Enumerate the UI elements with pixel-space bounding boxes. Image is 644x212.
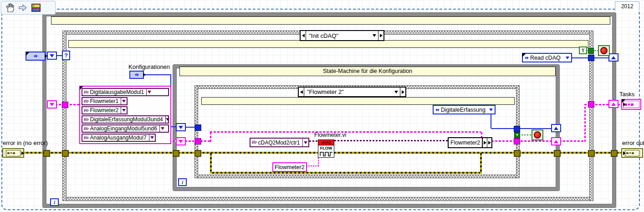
outer-case-label-banner bbox=[68, 40, 588, 48]
next-state-wire[interactable] bbox=[491, 128, 552, 129]
stop-button-terminal[interactable] bbox=[532, 129, 543, 140]
case-next-icon[interactable] bbox=[400, 88, 405, 96]
shift-register-state-left[interactable] bbox=[47, 52, 57, 60]
counter-channel-constant[interactable]: I/ocDAQ2Mod2/ctr1 bbox=[250, 137, 309, 147]
io-name-constant[interactable]: I/oFlowmeter1 bbox=[82, 97, 128, 105]
io-name-constant[interactable]: I/oDigitalausgabeModul1 bbox=[82, 88, 169, 96]
state-tunnel[interactable] bbox=[514, 126, 520, 132]
outer-loop-iteration-terminal[interactable]: i bbox=[50, 198, 59, 206]
subvi-run-icon[interactable] bbox=[31, 3, 41, 12]
task-names-cluster[interactable]: I/oDigitalausgabeModul1 I/oFlowmeter1 I/… bbox=[79, 86, 171, 144]
boolean-tunnel[interactable] bbox=[588, 48, 594, 54]
flowmeter-string-constant[interactable]: Flowmeter2 bbox=[272, 162, 307, 172]
boolean-tunnel[interactable] bbox=[514, 132, 520, 138]
error-tunnel[interactable] bbox=[43, 150, 50, 157]
io-name-constant[interactable]: I/oAnalogEingangModul5und6 bbox=[82, 124, 169, 133]
outer-case-border-bottom[interactable] bbox=[63, 197, 593, 201]
dropdown-icon[interactable] bbox=[121, 98, 127, 104]
forward-arrow-icon[interactable] bbox=[18, 3, 28, 13]
tasks-cluster-wire[interactable] bbox=[584, 104, 586, 142]
task-out-wire[interactable] bbox=[334, 140, 448, 141]
io-name-constant[interactable]: I/oFlowmeter2 bbox=[82, 106, 128, 114]
inner-case-label-banner bbox=[201, 97, 515, 105]
tasks-cluster-wire[interactable] bbox=[559, 140, 586, 142]
inner-case-border-bottom[interactable] bbox=[195, 175, 519, 178]
inner-case-selector[interactable]: "Flowmeter 2" bbox=[298, 87, 406, 97]
error-tunnel[interactable] bbox=[588, 150, 595, 157]
cluster-tunnel[interactable] bbox=[514, 138, 520, 145]
dropdown-icon[interactable] bbox=[566, 57, 569, 59]
error-in-terminal[interactable] bbox=[2, 148, 24, 158]
read-state-enum-constant[interactable]: Read cDAQ bbox=[522, 53, 572, 62]
io-name-constant[interactable]: I/oDigitaleErfassungModul3und4 bbox=[82, 115, 169, 124]
next-state-enum-constant[interactable]: DigitaleErfassung bbox=[433, 105, 496, 114]
dropdown-icon[interactable] bbox=[302, 139, 308, 146]
error-wire[interactable] bbox=[210, 153, 212, 174]
stop-boolean-wire[interactable] bbox=[519, 134, 532, 135]
inner-shift-register-tasks-left[interactable] bbox=[176, 137, 186, 145]
io-type-icon: I/o bbox=[84, 109, 89, 113]
dropdown-icon[interactable] bbox=[489, 109, 493, 111]
shift-register-tasks-right[interactable] bbox=[608, 100, 618, 108]
case-next-icon[interactable] bbox=[378, 31, 383, 40]
inner-loop-iteration-terminal[interactable]: i bbox=[178, 178, 187, 186]
dropdown-icon[interactable] bbox=[121, 107, 127, 114]
error-tunnel[interactable] bbox=[62, 150, 69, 157]
inner-case-border-left[interactable] bbox=[195, 86, 198, 178]
hand-tool-icon[interactable] bbox=[5, 3, 15, 13]
state-machine-banner: State-Machine für die Konfiguration bbox=[179, 67, 556, 76]
dropdown-icon[interactable] bbox=[146, 89, 152, 95]
error-out-label: error out bbox=[622, 140, 644, 146]
shift-register-tasks-left[interactable] bbox=[47, 100, 57, 109]
true-constant[interactable]: T bbox=[579, 47, 587, 54]
case-prev-icon[interactable] bbox=[299, 88, 304, 96]
flowmeter-register-node[interactable]: Flowmeter2 bbox=[448, 137, 492, 148]
stop-button-terminal[interactable] bbox=[598, 45, 610, 56]
state-tunnel[interactable] bbox=[588, 55, 594, 61]
block-diagram-canvas: 2012 i "Init cDAQ" bbox=[0, 0, 644, 212]
inner-shift-register-state-left[interactable] bbox=[176, 123, 186, 131]
case-dropdown-icon[interactable] bbox=[373, 34, 376, 37]
case-prev-icon[interactable] bbox=[301, 31, 306, 40]
string-wire[interactable] bbox=[306, 165, 319, 166]
cluster-tunnel[interactable] bbox=[62, 102, 68, 108]
io-name-text: DigitaleErfassungModul3und4 bbox=[90, 116, 163, 123]
state-tunnel[interactable] bbox=[195, 124, 201, 131]
error-out-terminal[interactable] bbox=[621, 148, 643, 158]
tasks-cluster-wire[interactable] bbox=[491, 140, 552, 142]
cluster-tunnel[interactable] bbox=[195, 138, 201, 145]
tasks-cluster-wire[interactable] bbox=[210, 132, 211, 142]
state-enum-constant[interactable] bbox=[26, 52, 46, 61]
cluster-tunnel[interactable] bbox=[588, 101, 594, 108]
konfigurationen-terminal[interactable] bbox=[129, 71, 144, 79]
string-wire[interactable] bbox=[318, 158, 319, 166]
tasks-indicator-terminal[interactable] bbox=[621, 99, 641, 110]
enum-glyph-icon bbox=[34, 55, 38, 57]
error-wire[interactable] bbox=[210, 172, 482, 174]
next-state-wire[interactable] bbox=[491, 114, 491, 129]
input-nub-icon bbox=[623, 151, 626, 155]
outer-case-selector[interactable]: "Init cDAQ" bbox=[300, 30, 384, 41]
inner-shift-register-tasks-right[interactable] bbox=[551, 137, 561, 145]
konfigurationen-wire[interactable] bbox=[144, 74, 170, 75]
inner-shift-register-state-right[interactable] bbox=[551, 124, 561, 132]
case-selector-terminal[interactable]: ? bbox=[62, 51, 70, 60]
io-name-text: Flowmeter2 bbox=[90, 107, 119, 114]
flowmeter-subvi-icon[interactable]: cDAQ FLOW bbox=[318, 140, 334, 158]
error-tunnel[interactable] bbox=[554, 150, 561, 157]
dropdown-icon[interactable] bbox=[165, 116, 169, 123]
flowmeter-vi-label: Flowmeter.vi bbox=[314, 132, 346, 138]
io-name-constant[interactable]: I/oAnalogAusgangModul7 bbox=[82, 134, 156, 142]
case-dropdown-icon[interactable] bbox=[394, 91, 398, 93]
error-tunnel[interactable] bbox=[514, 150, 521, 157]
dropdown-icon[interactable] bbox=[159, 125, 165, 132]
dropdown-icon[interactable] bbox=[149, 134, 155, 141]
tasks-label: Tasks bbox=[619, 91, 634, 98]
error-tunnel[interactable] bbox=[173, 150, 179, 157]
shift-register-state-right[interactable] bbox=[608, 53, 618, 62]
error-wire[interactable] bbox=[480, 153, 482, 174]
error-tunnel[interactable] bbox=[194, 150, 201, 157]
arrow-right-icon bbox=[483, 138, 487, 147]
error-tunnel[interactable] bbox=[611, 150, 618, 157]
error-cluster-glyph-icon bbox=[625, 150, 639, 156]
